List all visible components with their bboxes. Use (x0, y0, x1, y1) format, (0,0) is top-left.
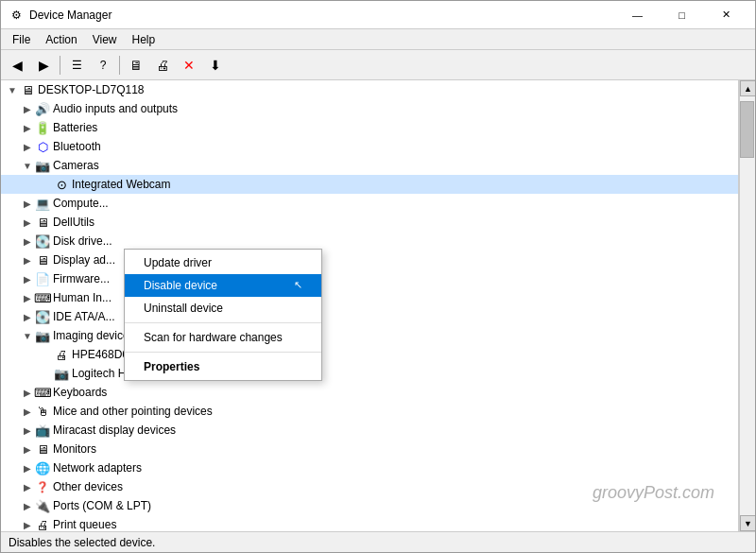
properties-button[interactable]: ☰ (64, 53, 89, 78)
tree-item-diskdrive[interactable]: ▶ 💽 Disk drive... (1, 232, 738, 251)
vertical-scrollbar[interactable]: ▲ ▼ (739, 80, 755, 531)
tree-item-bluetooth[interactable]: ▶ ⬡ Bluetooth (1, 137, 738, 156)
title-bar: ⚙ Device Manager — □ ✕ (1, 1, 755, 29)
tree-item-monitors[interactable]: ▶ 🖥 Monitors (1, 440, 738, 458)
tree-root[interactable]: ▼ 🖥 DESKTOP-LD7Q118 (1, 80, 738, 99)
forward-button[interactable]: ▶ (31, 53, 56, 78)
ctx-properties[interactable]: Properties (125, 355, 321, 378)
context-menu: Update driver Disable device ↖ Uninstall… (124, 249, 322, 381)
root-expander[interactable]: ▼ (5, 82, 20, 97)
diskdrive-icon: 💽 (35, 233, 50, 249)
status-bar: Disables the selected device. (1, 531, 755, 552)
tree-item-batteries[interactable]: ▶ 🔋 Batteries (1, 118, 738, 137)
minimize-button[interactable]: — (616, 1, 659, 29)
display-button[interactable]: 🖥 (124, 53, 148, 78)
tree-item-keyboards[interactable]: ▶ ⌨ Keyboards (1, 383, 738, 402)
device-tree-panel[interactable]: ▼ 🖥 DESKTOP-LD7Q118 ▶ 🔊 Audio inputs and… (1, 80, 739, 531)
update-button[interactable]: ⬇ (203, 53, 228, 78)
ctx-separator-2 (125, 352, 321, 353)
tree-item-audio[interactable]: ▶ 🔊 Audio inputs and outputs (1, 99, 738, 118)
ideata-icon: 💽 (35, 309, 50, 324)
help-button[interactable]: ? (91, 53, 115, 78)
bluetooth-icon: ⬡ (35, 139, 50, 154)
ideata-expander[interactable]: ▶ (20, 309, 35, 324)
app-icon: ⚙ (9, 8, 24, 23)
scroll-thumb[interactable] (740, 101, 754, 158)
firmware-expander[interactable]: ▶ (20, 271, 35, 286)
close-button[interactable]: ✕ (705, 1, 747, 29)
tree-item-bluetooth-label: Bluetooth (53, 140, 101, 153)
scroll-down-button[interactable]: ▼ (740, 515, 755, 531)
dellutils-expander[interactable]: ▶ (20, 215, 35, 230)
displayad-expander[interactable]: ▶ (20, 252, 35, 268)
tree-item-logitech[interactable]: 📷 Logitech HD Webcam C310 (1, 364, 738, 383)
scroll-track[interactable] (740, 96, 755, 515)
menu-action[interactable]: Action (38, 31, 84, 48)
tree-item-miracast[interactable]: ▶ 📺 Miracast display devices (1, 421, 738, 440)
tree-item-network[interactable]: ▶ 🌐 Network adapters (1, 458, 738, 477)
imaging-expander[interactable]: ▼ (20, 328, 35, 343)
mice-expander[interactable]: ▶ (20, 404, 35, 419)
ports-expander[interactable]: ▶ (20, 498, 35, 513)
menu-file[interactable]: File (5, 31, 38, 48)
menu-bar: File Action View Help (1, 29, 755, 50)
tree-item-dellutils-label: DellUtils (53, 216, 94, 229)
tree-item-firmware[interactable]: ▶ 📄 Firmware... (1, 269, 738, 288)
cameras-expander[interactable]: ▼ (20, 158, 35, 173)
cameras-icon: 📷 (35, 158, 50, 173)
tree-item-imaging[interactable]: ▼ 📷 Imaging devices (1, 326, 738, 345)
ctx-disable-device[interactable]: Disable device ↖ (125, 274, 321, 297)
status-text: Disables the selected device. (9, 536, 155, 549)
tree-item-ports[interactable]: ▶ 🔌 Ports (COM & LPT) (1, 496, 738, 515)
toolbar-sep-2 (119, 56, 120, 75)
audio-expander[interactable]: ▶ (20, 101, 35, 116)
menu-help[interactable]: Help (125, 31, 163, 48)
tree-item-other[interactable]: ▶ ❓ Other devices (1, 477, 738, 496)
tree-item-printqueues[interactable]: ▶ 🖨 Print queues (1, 515, 738, 531)
toolbar: ◀ ▶ ☰ ? 🖥 🖨 ✕ ⬇ (1, 50, 755, 80)
miracast-expander[interactable]: ▶ (20, 423, 35, 438)
back-button[interactable]: ◀ (5, 53, 29, 78)
scroll-up-button[interactable]: ▲ (740, 80, 755, 96)
ctx-update-driver[interactable]: Update driver (125, 251, 321, 274)
tree-item-hpe[interactable]: 🖨 HPE468D6 (HP ENVY 5000 series) (1, 345, 738, 364)
ports-icon: 🔌 (35, 498, 50, 513)
tree-item-other-label: Other devices (53, 480, 123, 493)
tree-item-cameras[interactable]: ▼ 📷 Cameras (1, 156, 738, 175)
tree-item-displayad[interactable]: ▶ 🖥 Display ad... (1, 251, 738, 269)
batteries-expander[interactable]: ▶ (20, 120, 35, 135)
tree-item-mice[interactable]: ▶ 🖱 Mice and other pointing devices (1, 402, 738, 421)
menu-view[interactable]: View (85, 31, 125, 48)
tree-item-compute-label: Compute... (53, 197, 109, 210)
dellutils-icon: 🖥 (35, 215, 50, 230)
compute-icon: 💻 (35, 196, 50, 211)
tree-item-miracast-label: Miracast display devices (53, 423, 176, 437)
scan-button[interactable]: 🖨 (150, 53, 175, 78)
network-expander[interactable]: ▶ (20, 460, 35, 475)
window-title: Device Manager (29, 9, 616, 22)
tree-item-ports-label: Ports (COM & LPT) (53, 499, 151, 512)
diskdrive-expander[interactable]: ▶ (20, 233, 35, 249)
tree-item-dellutils[interactable]: ▶ 🖥 DellUtils (1, 213, 738, 232)
network-icon: 🌐 (35, 460, 50, 475)
tree-item-humanin[interactable]: ▶ ⌨ Human In... (1, 288, 738, 307)
bluetooth-expander[interactable]: ▶ (20, 139, 35, 154)
tree-item-compute[interactable]: ▶ 💻 Compute... (1, 194, 738, 213)
maximize-button[interactable]: □ (661, 1, 703, 29)
ctx-uninstall-device[interactable]: Uninstall device (125, 297, 321, 320)
tree-item-webcam[interactable]: ⊙ Integrated Webcam (1, 175, 738, 194)
content-area: ▼ 🖥 DESKTOP-LD7Q118 ▶ 🔊 Audio inputs and… (1, 80, 755, 531)
tree-item-ideata[interactable]: ▶ 💽 IDE ATA/A... (1, 307, 738, 326)
compute-expander[interactable]: ▶ (20, 196, 35, 211)
displayad-icon: 🖥 (35, 252, 50, 268)
other-expander[interactable]: ▶ (20, 479, 35, 494)
remove-button[interactable]: ✕ (177, 53, 201, 78)
keyboards-icon: ⌨ (35, 385, 50, 400)
imaging-icon: 📷 (35, 328, 50, 343)
ctx-scan-hardware[interactable]: Scan for hardware changes (125, 326, 321, 349)
tree-root-label: DESKTOP-LD7Q118 (38, 83, 145, 96)
miracast-icon: 📺 (35, 423, 50, 438)
printqueues-expander[interactable]: ▶ (20, 517, 35, 531)
hpe-icon: 🖨 (54, 347, 69, 362)
monitors-expander[interactable]: ▶ (20, 441, 35, 457)
